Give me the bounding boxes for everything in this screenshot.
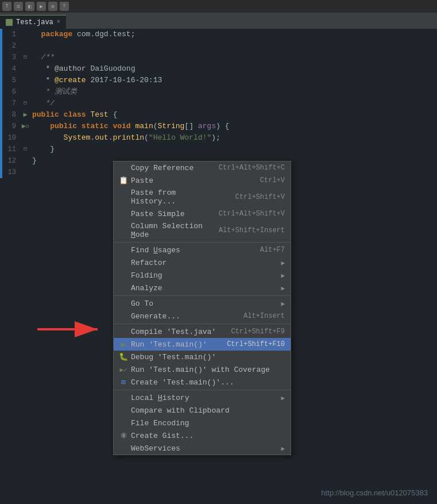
line-number-3: 3 [0,52,21,63]
line-number-12: 12 [0,155,21,167]
code-content-8: public class Test { [30,109,437,121]
menu-item-create-gist[interactable]: ⑧ Create Gist... [114,429,291,442]
menu-label-paste-simple: Paste Simple [131,210,207,218]
menu-label-generate: Generate... [131,312,232,321]
toolbar-icon-1[interactable]: T [2,2,11,11]
menu-item-refactor[interactable]: Refactor ▶ [114,256,291,269]
code-content-10: System.out.println("Hello World!"); [30,132,437,144]
code-content-11: } [30,144,437,155]
gist-icon: ⑧ [118,431,129,440]
menu-item-analyze[interactable]: Analyze ▶ [114,282,291,294]
menu-item-goto[interactable]: Go To ▶ [114,297,291,310]
toolbar-icon-2[interactable]: ⊡ [14,2,23,11]
folding-arrow: ▶ [281,272,285,279]
code-line-1: 1 package com.dgd.test; [0,29,437,40]
fold-icon-11[interactable]: ⊟ [24,144,27,155]
menu-shortcut-copy-reference: Ctrl+Alt+Shift+C [219,164,285,172]
code-line-5: 5 * @create 2017-10-16-20:13 [0,75,437,86]
gutter-9: ▶⊟ [21,121,30,132]
menu-item-folding[interactable]: Folding ▶ [114,269,291,282]
generate-icon [118,311,129,321]
menu-item-column-selection[interactable]: Column Selection Mode Alt+Shift+Insert [114,220,291,241]
menu-item-run[interactable]: ▶ Run 'Test.main()' Ctrl+Shift+F10 [114,338,291,351]
menu-shortcut-run: Ctrl+Shift+F10 [227,340,285,348]
toolbar-icons: T ⊡ ◧ ▶ ⚙ ? [2,2,69,11]
menu-item-paste-simple[interactable]: Paste Simple Ctrl+Alt+Shift+V [114,207,291,220]
refactor-icon [118,258,129,267]
menu-shortcut-compile: Ctrl+Shift+F9 [231,328,285,336]
code-content-4: * @author DaiGuodong [30,63,437,75]
menu-item-local-history[interactable]: Local History ▶ [114,391,291,404]
compare-clipboard-icon [118,406,129,415]
run-arrow-8[interactable]: ▶ [23,109,27,121]
menu-label-create-gist: Create Gist... [131,432,285,440]
menu-label-column-selection: Column Selection Mode [131,222,207,239]
gutter-11: ⊟ [21,144,30,155]
menu-item-generate[interactable]: Generate... Alt+Insert [114,310,291,322]
menu-item-paste[interactable]: 📋 Paste Ctrl+V [114,174,291,187]
menu-shortcut-paste-history: Ctrl+Shift+V [235,193,285,201]
code-editor: 1 package com.dgd.test; 2 3 ⊟ /** 4 * @a… [0,29,437,178]
tab-test-java[interactable]: Test.java × [0,15,66,29]
separator-1 [114,242,291,243]
menu-shortcut-find-usages: Alt+F7 [260,246,285,254]
menu-label-run: Run 'Test.main()' [131,340,215,349]
menu-item-compare-clipboard[interactable]: Compare with Clipboard [114,404,291,417]
menu-item-webservices[interactable]: WebServices ▶ [114,442,291,455]
line-number-13: 13 [0,167,21,178]
menu-label-refactor: Refactor [131,259,279,267]
menu-item-compile[interactable]: Compile 'Test.java' Ctrl+Shift+F9 [114,325,291,338]
menu-shortcut-column-selection: Alt+Shift+Insert [219,226,285,234]
toolbar-icon-5[interactable]: ⚙ [48,2,57,11]
menu-item-debug[interactable]: 🐛 Debug 'Test.main()' [114,351,291,363]
copy-reference-icon [118,163,129,172]
top-toolbar: T ⊡ ◧ ▶ ⚙ ? [0,0,437,13]
toolbar-icon-3[interactable]: ◧ [25,2,34,11]
change-indicator [0,29,2,178]
menu-label-goto: Go To [131,299,279,308]
code-content-1: package com.dgd.test; [30,29,437,40]
menu-item-run-coverage[interactable]: ▶✓ Run 'Test.main()' with Coverage [114,363,291,376]
run-arrow-9[interactable]: ▶ [22,121,26,132]
code-content-5: * @create 2017-10-16-20:13 [30,75,437,86]
paste-simple-icon [118,209,129,218]
menu-label-find-usages: Find Usages [131,246,249,255]
fold-icon-9[interactable]: ⊟ [26,121,29,132]
line-number-9: 9 [0,121,21,132]
menu-label-compile: Compile 'Test.java' [131,328,219,336]
code-line-6: 6 * 测试类 [0,86,437,98]
line-number-2: 2 [0,40,21,52]
separator-2 [114,295,291,296]
toolbar-icon-4[interactable]: ▶ [37,2,46,11]
refactor-arrow: ▶ [281,259,285,267]
gutter-3: ⊟ [21,52,30,63]
tab-close-button[interactable]: × [57,19,60,25]
menu-label-copy-reference: Copy Reference [131,164,207,172]
menu-label-analyze: Analyze [131,284,279,293]
code-content-6: * 测试类 [30,86,437,98]
menu-label-file-encoding: File Encoding [131,419,285,428]
menu-item-find-usages[interactable]: Find Usages Alt+F7 [114,244,291,256]
menu-label-debug: Debug 'Test.main()' [131,353,285,361]
paste-icon: 📋 [118,176,129,185]
toolbar-icon-6[interactable]: ? [60,2,69,11]
menu-item-paste-history[interactable]: Paste from History... Ctrl+Shift+V [114,187,291,207]
file-encoding-icon [118,418,129,428]
fold-icon-3[interactable]: ⊟ [24,52,27,63]
fold-icon-7[interactable]: ⊟ [24,98,27,109]
create-icon: ⊡ [118,378,129,387]
menu-item-file-encoding[interactable]: File Encoding [114,417,291,429]
menu-shortcut-generate: Alt+Insert [243,312,285,320]
menu-item-copy-reference[interactable]: Copy Reference Ctrl+Alt+Shift+C [114,161,291,174]
menu-shortcut-paste-simple: Ctrl+Alt+Shift+V [219,210,285,218]
menu-label-paste: Paste [131,176,249,185]
gutter-8: ▶ [21,109,30,121]
webservices-arrow: ▶ [281,445,285,452]
menu-item-create[interactable]: ⊡ Create 'Test.main()'... [114,376,291,388]
compile-icon [118,327,129,336]
tab-bar: Test.java × [0,13,437,29]
debug-icon: 🐛 [118,352,129,361]
code-line-10: 10 System.out.println("Hello World!"); [0,132,437,144]
java-file-icon [6,19,13,26]
local-history-icon [118,393,129,402]
